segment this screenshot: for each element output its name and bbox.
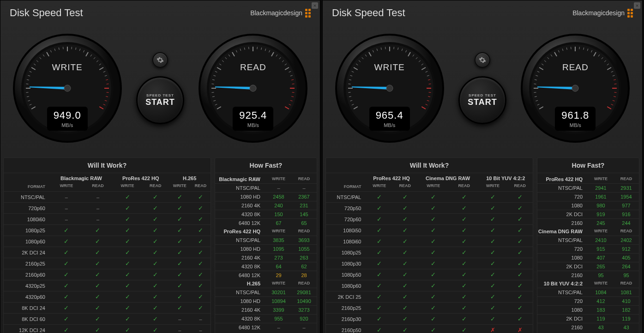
check-icon: ✓: [95, 327, 100, 333]
how-fast-panel: How Fast? Blackmagic RAWWRITEREAD NTSC/P…: [215, 157, 317, 333]
table-row: 8K DCI 24✓✓✓✓✓✓: [4, 303, 211, 314]
codec-header: 10 Bit YUV 4:2:2: [479, 173, 533, 182]
check-icon: ✓: [95, 227, 100, 234]
check-icon: ✓: [431, 271, 436, 278]
check-icon: ✓: [403, 249, 408, 256]
check-icon: ✓: [377, 205, 382, 212]
how-fast-row: 2160 4K240231: [215, 201, 317, 210]
table-row: 1080p60✓✓✓✓✓✓: [4, 236, 211, 247]
table-row: NTSC/PAL✓✓✓✓✓✓: [326, 192, 533, 203]
check-icon: ✓: [125, 327, 130, 333]
check-icon: ✓: [125, 271, 130, 278]
cross-icon: ✗: [490, 327, 495, 333]
table-row: 1080p50✓✓✓✓✓✓: [326, 269, 533, 280]
check-icon: ✓: [177, 260, 182, 267]
table-row: 12K DCI 24✓✓✓✓––: [4, 325, 211, 333]
check-icon: ✓: [64, 227, 69, 234]
check-icon: ✓: [462, 282, 467, 289]
check-icon: ✓: [198, 249, 203, 256]
check-icon: ✓: [125, 304, 130, 311]
check-icon: ✓: [198, 227, 203, 234]
check-icon: ✓: [431, 238, 436, 245]
check-icon: ✓: [462, 327, 467, 333]
dash-icon: –: [178, 316, 181, 322]
check-icon: ✓: [177, 194, 182, 200]
how-fast-row: 4320 8K6462: [215, 262, 317, 271]
read-value-display: 925.4 MB/s: [233, 107, 273, 131]
check-icon: ✓: [518, 260, 523, 267]
how-fast-row: 6480 12K6765: [215, 218, 317, 227]
svg-line-23: [63, 47, 63, 49]
check-icon: ✓: [377, 238, 382, 245]
check-icon: ✓: [518, 227, 523, 234]
check-icon: ✓: [64, 327, 69, 333]
how-fast-row: 21609595: [537, 271, 639, 279]
check-icon: ✓: [377, 227, 382, 234]
check-icon: ✓: [403, 271, 408, 278]
check-icon: ✓: [153, 194, 158, 200]
app-title: Disk Speed Test: [10, 7, 83, 19]
check-icon: ✓: [153, 293, 158, 300]
check-icon: ✓: [125, 282, 130, 289]
how-fast-row: 4320 8K955920: [215, 314, 317, 323]
settings-button[interactable]: [152, 52, 168, 68]
table-row: 2K DCI 24✓✓✓✓✓✓: [4, 247, 211, 258]
table-row: 1080p25✓✓✓✓✓✓: [326, 247, 533, 258]
how-fast-row: 2K DCI265264: [537, 262, 639, 271]
how-fast-row: 2160 4K273263: [215, 253, 317, 262]
start-button[interactable]: SPEED TEST START: [136, 76, 184, 124]
how-fast-row: 1080980977: [537, 201, 639, 210]
close-button[interactable]: ×: [634, 2, 640, 9]
will-it-work-panel: Will It Work? ProRes 422 HQCinema DNG RA…: [325, 157, 533, 333]
table-row: NTSC/PAL––✓✓✓✓: [4, 192, 211, 203]
check-icon: ✓: [177, 205, 182, 212]
svg-line-134: [428, 92, 431, 93]
check-icon: ✓: [462, 304, 467, 311]
check-icon: ✓: [490, 205, 495, 212]
table-row: 1080i60✓✓✓✓✓✓: [326, 236, 533, 247]
svg-line-149: [534, 92, 536, 93]
write-gauge: WRITE 965.4 MB/s: [334, 33, 445, 144]
table-row: 720p60✓✓✓✓✓✓: [326, 214, 533, 225]
svg-point-187: [572, 85, 578, 91]
check-icon: ✓: [125, 194, 130, 200]
check-icon: ✓: [377, 327, 382, 333]
check-icon: ✓: [198, 260, 203, 267]
check-icon: ✓: [153, 205, 158, 212]
check-icon: ✓: [153, 304, 158, 311]
check-icon: ✓: [403, 194, 408, 200]
check-icon: ✓: [95, 304, 100, 311]
dash-icon: –: [96, 206, 99, 211]
svg-line-40: [106, 92, 108, 93]
how-fast-row: 2160 4K33993273: [215, 305, 317, 314]
check-icon: ✓: [177, 282, 182, 289]
check-icon: ✓: [177, 304, 182, 311]
how-fast-row: 21604343: [537, 323, 639, 332]
read-value-display: 961.8 MB/s: [555, 107, 596, 131]
will-it-work-table: Blackmagic RAWProRes 422 HQH.265 FORMATW…: [4, 173, 211, 333]
read-gauge: READ 961.8 MB/s: [520, 33, 631, 144]
check-icon: ✓: [462, 205, 467, 212]
codec-header: ProRes 422 HQ: [366, 173, 417, 182]
check-icon: ✓: [431, 205, 436, 212]
how-fast-panel: How Fast? ProRes 422 HQWRITEREAD NTSC/PA…: [537, 157, 639, 333]
check-icon: ✓: [377, 271, 382, 278]
start-button[interactable]: SPEED TEST START: [458, 76, 506, 124]
svg-line-119: [394, 47, 394, 49]
check-icon: ✓: [431, 249, 436, 256]
how-fast-row: NTSC/PAL3020129081: [215, 288, 317, 297]
how-fast-row: 1080 HD1089410490: [215, 297, 317, 305]
svg-line-8: [26, 92, 28, 93]
brand-logo-icon: [627, 9, 633, 18]
how-fast-row: 6480 12K2928: [215, 271, 317, 279]
title-bar: Disk Speed Test Blackmagicdesign: [0, 0, 320, 24]
check-icon: ✓: [462, 260, 467, 267]
svg-line-166: [579, 47, 580, 49]
table-row: 8K DCI 60✓✓✓✓––: [4, 314, 211, 325]
close-button[interactable]: ×: [312, 2, 318, 9]
svg-line-151: [534, 84, 536, 85]
check-icon: ✓: [125, 216, 130, 223]
how-fast-row: NTSC/PAL24102402: [537, 236, 639, 244]
settings-button[interactable]: [475, 52, 490, 68]
check-icon: ✓: [518, 304, 523, 311]
